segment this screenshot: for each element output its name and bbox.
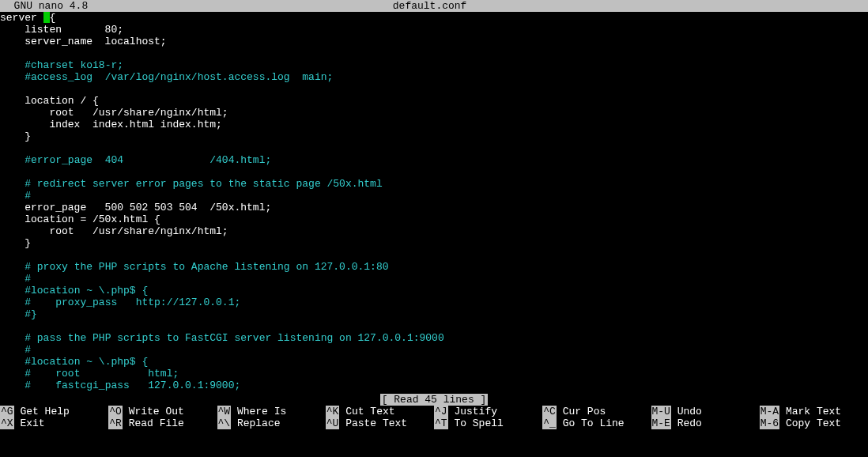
editor-line[interactable]: listen 80; bbox=[0, 24, 868, 36]
shortcut-key: M-U bbox=[651, 406, 671, 417]
text-segment bbox=[0, 59, 25, 71]
text-segment: { bbox=[50, 12, 56, 24]
shortcut-label: Undo bbox=[671, 406, 702, 417]
text-segment bbox=[0, 261, 25, 273]
text-segment: #} bbox=[25, 308, 37, 320]
help-shortcut[interactable]: M-U Undo bbox=[651, 406, 760, 417]
text-segment: root /usr/share/nginx/html; bbox=[0, 107, 228, 119]
text-segment bbox=[0, 71, 25, 83]
help-shortcut[interactable]: ^R Read File bbox=[108, 417, 217, 429]
editor-line[interactable]: server { bbox=[0, 12, 868, 24]
shortcut-label: Go To Line bbox=[557, 417, 625, 429]
text-segment bbox=[0, 178, 25, 190]
editor-line[interactable]: # pass the PHP scripts to FastCGI server… bbox=[0, 332, 868, 344]
editor-area[interactable]: server { listen 80; server_name localhos… bbox=[0, 12, 868, 391]
help-shortcut[interactable]: ^C Cur Pos bbox=[542, 406, 651, 417]
editor-line[interactable]: location / { bbox=[0, 95, 868, 107]
editor-line[interactable]: # root html; bbox=[0, 368, 868, 380]
help-shortcut[interactable]: ^W Where Is bbox=[217, 406, 326, 417]
help-shortcut[interactable]: ^K Cut Text bbox=[326, 406, 434, 417]
shortcut-key: ^X bbox=[0, 417, 14, 429]
shortcut-key: ^_ bbox=[542, 417, 557, 429]
editor-line[interactable]: location = /50x.html { bbox=[0, 213, 868, 225]
text-segment: # bbox=[25, 344, 31, 356]
editor-line[interactable]: root /usr/share/nginx/html; bbox=[0, 225, 868, 237]
editor-line[interactable]: # fastcgi_pass 127.0.0.1:9000; bbox=[0, 380, 868, 391]
text-segment: #charset koi8-r; bbox=[25, 59, 123, 71]
shortcut-key: ^K bbox=[326, 406, 340, 417]
text-segment: server bbox=[0, 12, 43, 24]
help-shortcut[interactable]: M-6 Copy Text bbox=[760, 417, 868, 429]
text-segment bbox=[0, 273, 25, 285]
editor-line[interactable]: error_page 500 502 503 504 /50x.html; bbox=[0, 202, 868, 213]
editor-line[interactable]: #charset koi8-r; bbox=[0, 59, 868, 71]
editor-line[interactable]: index index.html index.htm; bbox=[0, 119, 868, 130]
editor-line[interactable]: root /usr/share/nginx/html; bbox=[0, 107, 868, 119]
help-shortcut[interactable]: ^X Exit bbox=[0, 417, 108, 429]
editor-line[interactable]: # bbox=[0, 190, 868, 202]
help-shortcut[interactable]: M-E Redo bbox=[651, 417, 760, 429]
shortcut-label: Where Is bbox=[231, 406, 286, 417]
shortcut-key: M-E bbox=[651, 417, 671, 429]
shortcut-key: ^J bbox=[434, 406, 448, 417]
editor-line[interactable]: # proxy_pass http://127.0.0.1; bbox=[0, 296, 868, 308]
shortcut-key: M-6 bbox=[760, 417, 779, 429]
status-bar: [ Read 45 lines ] bbox=[0, 394, 868, 406]
text-segment bbox=[0, 368, 25, 380]
text-segment: #error_page 404 /404.html; bbox=[25, 154, 271, 166]
text-segment bbox=[0, 308, 25, 320]
shortcut-label: Mark Text bbox=[779, 406, 841, 417]
text-segment: # proxy the PHP scripts to Apache listen… bbox=[25, 261, 388, 273]
help-shortcut[interactable]: ^O Write Out bbox=[108, 406, 217, 417]
editor-line[interactable] bbox=[0, 83, 868, 95]
shortcut-label: Exit bbox=[14, 417, 45, 429]
shortcut-label: Read File bbox=[123, 417, 184, 429]
text-segment: index index.html index.htm; bbox=[0, 119, 222, 130]
editor-line[interactable]: #} bbox=[0, 308, 868, 320]
text-segment: #access_log /var/log/nginx/host.access.l… bbox=[25, 71, 333, 83]
editor-line[interactable]: # bbox=[0, 344, 868, 356]
shortcut-label: Redo bbox=[671, 417, 702, 429]
shortcut-key: ^W bbox=[217, 406, 232, 417]
editor-line[interactable] bbox=[0, 47, 868, 59]
editor-line[interactable]: #location ~ \.php$ { bbox=[0, 285, 868, 296]
text-segment: } bbox=[0, 237, 31, 249]
help-shortcut[interactable]: ^T To Spell bbox=[434, 417, 542, 429]
text-segment bbox=[0, 356, 25, 368]
text-segment: # redirect server error pages to the sta… bbox=[25, 178, 382, 190]
editor-line[interactable]: } bbox=[0, 130, 868, 142]
text-segment bbox=[0, 154, 25, 166]
text-segment: listen 80; bbox=[0, 24, 123, 36]
shortcut-label: Cur Pos bbox=[557, 406, 606, 417]
shortcut-key: ^C bbox=[542, 406, 557, 417]
editor-line[interactable]: } bbox=[0, 237, 868, 249]
help-shortcut[interactable]: ^\ Replace bbox=[217, 417, 326, 429]
text-segment: # bbox=[25, 190, 31, 202]
help-bar: ^G Get Help^O Write Out^W Where Is^K Cut… bbox=[0, 406, 868, 429]
text-segment: #location ~ \.php$ { bbox=[25, 285, 148, 296]
editor-line[interactable]: #access_log /var/log/nginx/host.access.l… bbox=[0, 71, 868, 83]
editor-line[interactable] bbox=[0, 320, 868, 332]
editor-line[interactable]: #error_page 404 /404.html; bbox=[0, 154, 868, 166]
shortcut-label: To Spell bbox=[448, 417, 504, 429]
text-segment: root /usr/share/nginx/html; bbox=[0, 225, 228, 237]
editor-line[interactable]: # proxy the PHP scripts to Apache listen… bbox=[0, 261, 868, 273]
text-segment: location = /50x.html { bbox=[0, 213, 160, 225]
help-shortcut[interactable]: ^_ Go To Line bbox=[542, 417, 651, 429]
editor-line[interactable]: server_name localhost; bbox=[0, 36, 868, 47]
text-segment: # root html; bbox=[25, 368, 179, 380]
editor-line[interactable]: # bbox=[0, 273, 868, 285]
editor-line[interactable]: # redirect server error pages to the sta… bbox=[0, 178, 868, 190]
editor-line[interactable] bbox=[0, 249, 868, 261]
text-segment: # proxy_pass http://127.0.0.1; bbox=[25, 296, 240, 308]
help-shortcut[interactable]: M-A Mark Text bbox=[760, 406, 868, 417]
help-shortcut[interactable]: ^G Get Help bbox=[0, 406, 108, 417]
text-segment bbox=[0, 285, 25, 296]
text-segment: # pass the PHP scripts to FastCGI server… bbox=[25, 332, 444, 344]
app-name: GNU nano 4.8 bbox=[2, 0, 88, 12]
editor-line[interactable] bbox=[0, 142, 868, 154]
editor-line[interactable]: #location ~ \.php$ { bbox=[0, 356, 868, 368]
editor-line[interactable] bbox=[0, 166, 868, 178]
help-shortcut[interactable]: ^J Justify bbox=[434, 406, 542, 417]
help-shortcut[interactable]: ^U Paste Text bbox=[326, 417, 434, 429]
